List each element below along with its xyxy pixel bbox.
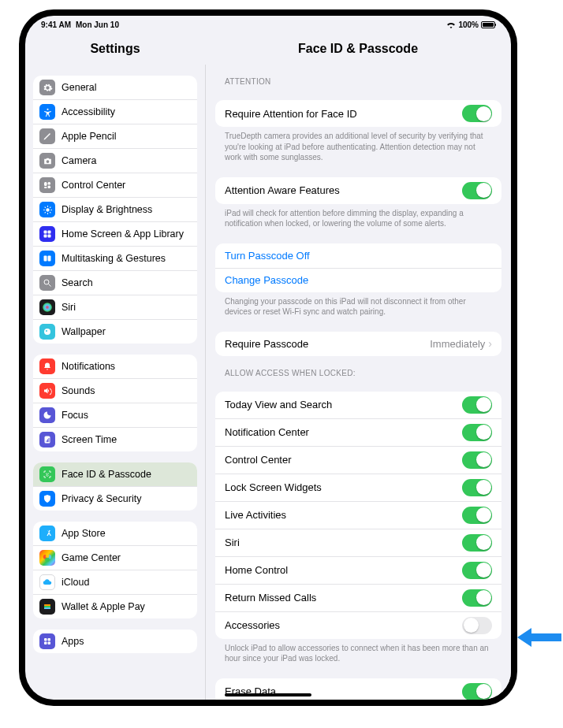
allow-toggle-notification-center[interactable] [462,424,492,441]
allow-label-notification-center: Notification Center [225,426,462,438]
change-passcode-row[interactable]: Change Passcode [215,268,501,292]
svg-rect-37 [48,638,51,641]
allow-row-accessories[interactable]: Accessories [215,611,501,639]
sidebar-item-focus[interactable]: Focus [33,403,197,427]
sidebar-item-app-store[interactable]: App Store [33,522,197,545]
sidebar-item-apps[interactable]: Apps [33,630,197,653]
siri-icon [39,299,55,315]
sidebar-item-icloud[interactable]: iCloud [33,570,197,594]
sidebar-item-label: Siri [62,302,189,313]
display-icon [39,202,55,217]
allow-row-notification-center[interactable]: Notification Center [215,418,501,446]
sidebar-item-notifications[interactable]: Notifications [33,355,197,378]
sidebar-item-label: Face ID & Passcode [62,469,189,480]
allow-toggle-home-control[interactable] [462,562,492,579]
sidebar-item-game-center[interactable]: Game Center [33,545,197,570]
focus-icon [39,407,55,423]
sidebar-item-camera[interactable]: Camera [33,148,197,173]
svg-rect-17 [44,235,47,238]
allow-row-home-control[interactable]: Home Control [215,556,501,584]
svg-point-25 [46,330,47,332]
allow-label-accessories: Accessories [225,619,462,631]
sidebar-item-apple-pencil[interactable]: Apple Pencil [33,124,197,148]
sidebar-item-label: Display & Brightness [62,204,189,215]
sidebar-item-home-screen-app-library[interactable]: Home Screen & App Library [33,221,197,246]
allow-toggle-today-view-and-search[interactable] [462,396,492,414]
svg-point-21 [44,280,49,284]
sounds-icon [39,383,55,399]
svg-point-6 [46,208,49,211]
allow-row-control-center[interactable]: Control Center [215,446,501,474]
allow-toggle-return-missed-calls[interactable] [462,589,492,607]
sidebar-item-accessibility[interactable]: Accessibility [33,99,197,124]
allow-label-home-control: Home Control [225,564,462,576]
allow-row-return-missed-calls[interactable]: Return Missed Calls [215,584,501,611]
allow-toggle-lock-screen-widgets[interactable] [462,479,492,496]
detail-pane[interactable]: Attention Require Attention for Face ID … [205,65,511,700]
attention-aware-row[interactable]: Attention Aware Features [215,177,501,204]
svg-line-14 [50,206,50,207]
turn-passcode-off-row[interactable]: Turn Passcode Off [215,243,501,268]
sidebar-item-siri[interactable]: Siri [33,295,197,319]
allow-row-today-view-and-search[interactable]: Today View and Search [215,392,501,418]
allow-toggle-siri[interactable] [462,534,492,552]
svg-rect-4 [48,186,51,189]
attention-aware-label: Attention Aware Features [225,184,462,196]
sidebar[interactable]: GeneralAccessibilityApple PencilCameraCo… [25,65,205,700]
sidebar-item-wallet-apple-pay[interactable]: Wallet & Apple Pay [33,594,197,618]
sidebar-item-label: Accessibility [62,106,189,117]
header-row: Settings Face ID & Passcode [25,33,511,65]
require-attention-footer: TrueDepth camera provides an additional … [225,131,492,163]
homescreen-icon [39,226,55,242]
sidebar-item-label: Search [62,277,189,288]
sidebar-item-general[interactable]: General [33,76,197,99]
sidebar-item-label: Sounds [62,385,189,396]
require-passcode-row[interactable]: Require Passcode Immediately › [215,332,501,356]
allow-label-siri: Siri [225,537,462,548]
svg-point-24 [44,329,50,335]
status-battery-percent: 100% [458,20,479,29]
allow-toggle-control-center[interactable] [462,451,492,469]
wifi-icon [446,21,456,28]
allow-label-control-center: Control Center [225,454,462,466]
sidebar-item-multitasking-gestures[interactable]: Multitasking & Gestures [33,246,197,270]
svg-line-11 [44,206,45,207]
svg-rect-2 [44,182,47,186]
svg-rect-35 [44,607,50,609]
sidebar-item-search[interactable]: Search [33,270,197,295]
notifications-icon [39,358,55,374]
sidebar-item-display-brightness[interactable]: Display & Brightness [33,197,197,221]
svg-rect-18 [48,235,51,238]
allow-label-live-activities: Live Activities [225,509,462,521]
sidebar-item-label: Camera [62,155,189,166]
icloud-icon [39,574,55,590]
attention-aware-footer: iPad will check for attention before dim… [225,208,492,229]
sidebar-item-sounds[interactable]: Sounds [33,378,197,403]
change-passcode-label: Change Passcode [225,274,492,286]
gamecenter-icon [39,550,55,566]
sidebar-item-label: iCloud [62,577,189,588]
sidebar-item-label: Focus [62,410,189,421]
sidebar-item-label: Game Center [62,552,189,563]
allow-toggle-live-activities[interactable] [462,507,492,524]
pencil-icon [39,128,55,144]
allow-toggle-accessories[interactable] [462,617,492,634]
svg-rect-38 [44,642,47,645]
sidebar-item-label: App Store [62,528,189,539]
attention-aware-toggle[interactable] [462,182,492,199]
search-icon [39,275,55,291]
sidebar-item-control-center[interactable]: Control Center [33,173,197,197]
sidebar-item-label: Wallpaper [62,326,189,337]
sidebar-item-privacy-security[interactable]: Privacy & Security [33,486,197,511]
allow-row-live-activities[interactable]: Live Activities [215,501,501,529]
svg-point-0 [47,108,48,110]
allow-row-lock-screen-widgets[interactable]: Lock Screen Widgets [215,474,501,501]
sidebar-item-wallpaper[interactable]: Wallpaper [33,319,197,344]
svg-rect-39 [48,642,51,645]
sidebar-item-screen-time[interactable]: Screen Time [33,427,197,451]
erase-data-toggle[interactable] [462,683,492,700]
allow-row-siri[interactable]: Siri [215,529,501,556]
require-attention-row[interactable]: Require Attention for Face ID [215,100,501,127]
require-attention-toggle[interactable] [462,105,492,122]
sidebar-item-face-id-passcode[interactable]: Face ID & Passcode [33,462,197,486]
